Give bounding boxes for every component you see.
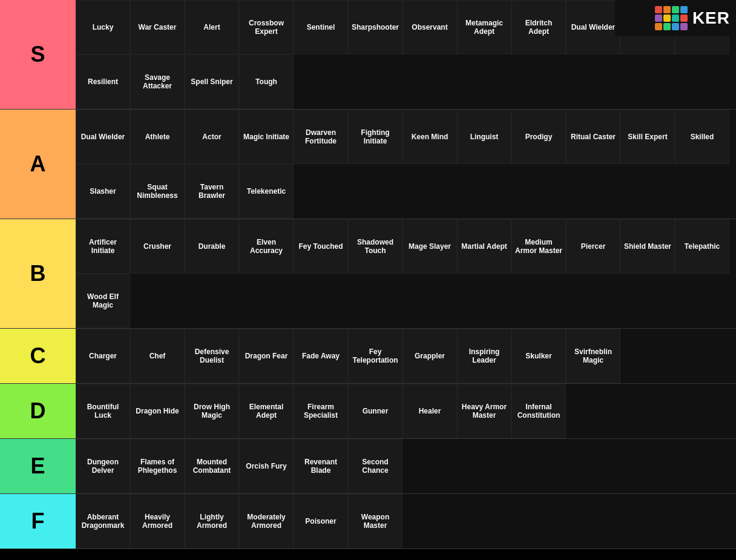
tier-item[interactable]: Abberant Dragonmark [76,494,130,548]
tier-item[interactable]: Magic Initiate [239,110,294,164]
tier-item[interactable]: Elven Accuracy [239,219,294,274]
tier-item[interactable]: Prodigy [511,110,566,164]
tier-item[interactable]: Metamagic Adept [457,0,511,54]
tier-item[interactable]: Athlete [130,110,185,164]
tier-item[interactable]: Crossbow Expert [239,0,294,54]
tier-row-c: CChargerChefDefensive DuelistDragon Fear… [0,329,736,384]
tier-item[interactable]: Dragon Hide [130,384,185,438]
tier-item[interactable]: Savage Attacker [130,54,185,109]
tier-item[interactable]: Infernal Constitution [511,384,566,438]
tier-item[interactable]: Fey Teleportation [348,329,402,383]
tier-item[interactable]: Martial Adept [457,219,511,274]
tier-item[interactable]: Chef [130,329,185,383]
logo-cell [663,6,671,13]
tier-item[interactable]: Defensive Duelist [185,329,239,383]
tier-items-b: Artificer InitiateCrusherDurableElven Ac… [76,219,736,328]
tier-item[interactable]: Lucky [76,0,130,54]
tier-item[interactable]: Skilled [675,110,729,164]
tier-item[interactable]: Weapon Master [348,494,402,548]
tier-item[interactable]: Piercer [566,219,620,274]
tier-item[interactable]: Second Chance [348,439,402,493]
tier-item[interactable]: Dragon Fear [239,329,294,383]
tier-items-f: Abberant DragonmarkHeavily ArmoredLightl… [76,494,736,548]
tier-label-b: B [0,219,76,328]
tier-items-e: Dungeon DelverFlames of PhlegethosMounte… [76,439,736,493]
tier-item[interactable]: Revenant Blade [294,439,348,493]
tier-item[interactable]: Telepathic [675,219,729,274]
tier-item[interactable]: Moderately Armored [239,494,294,548]
tier-item[interactable]: Charger [76,329,130,383]
tier-item[interactable]: Poisoner [294,494,348,548]
tier-item[interactable]: Spell Sniper [185,54,239,109]
tier-item[interactable]: Linguist [457,110,511,164]
tier-item[interactable]: Artificer Initiate [76,219,130,274]
tier-item[interactable]: Drow High Magic [185,384,239,438]
tier-item[interactable]: Firearm Specialist [294,384,348,438]
tier-item[interactable]: Heavy Armor Master [457,384,511,438]
tier-row-e: EDungeon DelverFlames of PhlegethosMount… [0,439,736,494]
logo-cell [680,23,688,30]
tier-item[interactable]: Shadowed Touch [348,219,402,274]
tier-item[interactable]: Observant [402,0,457,54]
tier-item[interactable]: Dungeon Delver [76,439,130,493]
tier-item[interactable]: War Caster [130,0,185,54]
tier-item[interactable]: Eldritch Adept [511,0,566,54]
tier-item[interactable]: Keen Mind [402,110,457,164]
tier-item[interactable]: Resilient [76,54,130,109]
tier-items-c: ChargerChefDefensive DuelistDragon FearF… [76,329,736,383]
logo-cell [663,23,671,30]
tier-item[interactable]: Crusher [130,219,185,274]
tier-items-a: Dual WielderAthleteActorMagic InitiateDw… [76,110,736,219]
tier-item[interactable]: Fey Touched [294,219,348,274]
tier-row-b: BArtificer InitiateCrusherDurableElven A… [0,219,736,329]
tier-item[interactable]: Alert [185,0,239,54]
tier-item[interactable]: Tavern Brawler [185,164,239,219]
tier-item[interactable]: Telekenetic [239,164,294,219]
tier-item[interactable]: Lightly Armored [185,494,239,548]
logo-cell [655,23,662,30]
tier-item[interactable]: Mounted Combatant [185,439,239,493]
tier-item[interactable]: Squat Nimbleness [130,164,185,219]
logo-cell [655,6,662,13]
tier-item[interactable]: Medium Armor Master [511,219,566,274]
tier-item[interactable]: Sentinel [294,0,348,54]
tier-label-e: E [0,439,76,493]
tier-item[interactable]: Grappler [402,329,457,383]
header-logo: KER [615,0,736,36]
tier-item[interactable]: Fade Away [294,329,348,383]
tier-item[interactable]: Skill Expert [620,110,675,164]
logo-grid [655,6,688,30]
tier-item[interactable]: Svirfneblin Magic [566,329,620,383]
tier-item[interactable]: Healer [402,384,457,438]
logo-cell [672,15,679,22]
tier-label-s: S [0,0,76,109]
tier-item[interactable]: Skulker [511,329,566,383]
tier-item[interactable]: Durable [185,219,239,274]
tier-item[interactable]: Flames of Phlegethos [130,439,185,493]
tier-row-a: ADual WielderAthleteActorMagic InitiateD… [0,110,736,219]
tier-item[interactable]: Mage Slayer [402,219,457,274]
tier-item[interactable]: Slasher [76,164,130,219]
tier-item[interactable]: Elemental Adept [239,384,294,438]
tier-item[interactable]: Dwarven Fortitude [294,110,348,164]
tier-item[interactable]: Wood Elf Magic [76,274,130,328]
tier-label-c: C [0,329,76,383]
tier-item[interactable]: Dual Wielder [76,110,130,164]
tier-item[interactable]: Shield Master [620,219,675,274]
tier-item[interactable]: Gunner [348,384,402,438]
logo-cell [680,15,688,22]
tier-item[interactable]: Actor [185,110,239,164]
tier-item[interactable]: Dual Wielder [566,0,620,54]
tier-item[interactable]: Tough [239,54,294,109]
tier-item[interactable]: Heavily Armored [130,494,185,548]
tier-item[interactable]: Orcish Fury [239,439,294,493]
tier-label-d: D [0,384,76,438]
logo-text: KER [692,8,730,28]
tier-item[interactable]: Ritual Caster [566,110,620,164]
tier-label-a: A [0,110,76,219]
tier-item[interactable]: Sharpshooter [348,0,402,54]
tier-item[interactable]: Fighting Initiate [348,110,402,164]
tier-item[interactable]: Bountiful Luck [76,384,130,438]
logo-cell [672,6,679,13]
tier-item[interactable]: Inspiring Leader [457,329,511,383]
